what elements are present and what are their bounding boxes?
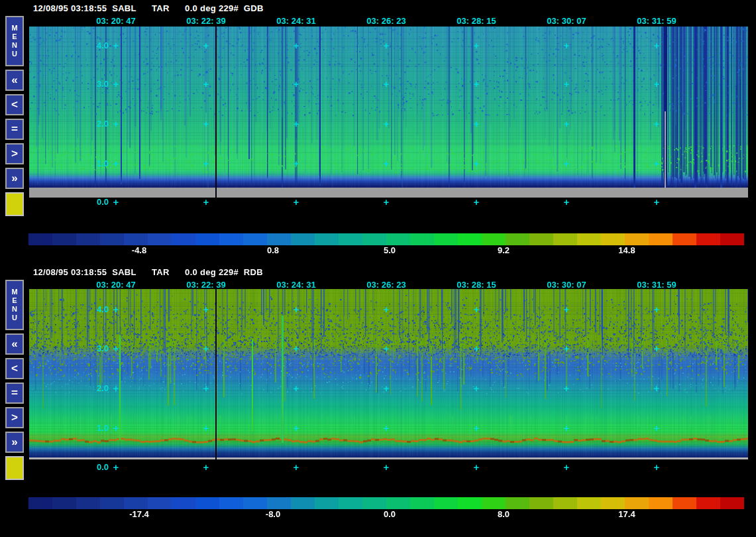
colorbar-label: 5.0 [384, 245, 396, 255]
colorbar-segment [267, 497, 291, 509]
pause-button[interactable]: = [5, 383, 24, 404]
panel-rdb: 12/08/95 03:18:55 SABL TAR 0.0 deg 229# … [0, 264, 756, 528]
colorbar-segment [458, 497, 482, 509]
colorbar-segment [720, 497, 744, 509]
grid-tick-icon: + [294, 197, 299, 207]
grid-tick-icon: + [384, 197, 390, 207]
sidebar: MENU«<=>» [5, 16, 24, 216]
colorbar-label: -4.8 [132, 245, 146, 255]
grid-tick-icon: + [384, 462, 390, 472]
depolarization-plot-canvas[interactable] [29, 289, 748, 460]
colorbar-segment [506, 497, 529, 509]
colorbar-segment [434, 233, 458, 245]
time-label: 03: 22: 39 [186, 280, 225, 290]
colorbar-segment [195, 233, 219, 245]
colorbar-segment [52, 233, 76, 245]
colorbar-segment [28, 233, 52, 245]
colorbar [28, 497, 744, 509]
colorbar-segment [52, 497, 76, 509]
colorbar-label: 0.0 [384, 509, 396, 519]
colorbar-segment [673, 233, 696, 245]
colorbar-segment [673, 497, 696, 509]
colorbar-segment [362, 233, 386, 245]
step-back-button[interactable]: < [5, 358, 24, 379]
colorbar-segment [625, 233, 649, 245]
time-label: 03: 20: 47 [96, 16, 135, 26]
colorbar-segment [100, 233, 124, 245]
colorbar-segment [386, 497, 410, 509]
time-label: 03: 24: 31 [276, 16, 315, 26]
colorbar-segment [529, 497, 553, 509]
colorbar-segment [410, 497, 434, 509]
colorbar-segment [458, 233, 482, 245]
lidar-display-window: 12/08/95 03:18:55 SABL TAR 0.0 deg 229# … [0, 0, 756, 537]
grid-tick-icon: + [564, 462, 570, 472]
time-label: 03: 30: 07 [547, 16, 586, 26]
colorbar-segment [529, 233, 553, 245]
time-label: 03: 28: 15 [457, 16, 496, 26]
colorbar-segment [482, 497, 506, 509]
colorbar-segment [696, 233, 720, 245]
panel-gdb: 12/08/95 03:18:55 SABL TAR 0.0 deg 229# … [0, 0, 756, 264]
grid-tick-icon: + [113, 462, 119, 472]
time-label: 03: 26: 23 [366, 16, 405, 26]
colorbar-segment [601, 233, 625, 245]
colorbar-label: 8.0 [498, 509, 510, 519]
step-forward-button[interactable]: > [5, 143, 24, 164]
colorbar-segment [720, 233, 744, 245]
grid-tick-icon: + [203, 462, 209, 472]
fast-rewind-button[interactable]: « [5, 70, 24, 91]
colorbar [28, 233, 744, 245]
colorbar-segment [76, 233, 100, 245]
colorbar-segment [553, 233, 577, 245]
colorbar-segment [434, 497, 458, 509]
colorbar-segment [148, 233, 172, 245]
color-swatch-button[interactable] [5, 456, 24, 480]
panel-title: 12/08/95 03:18:55 SABL TAR 0.0 deg 229# … [33, 3, 264, 13]
grid-tick-icon: + [474, 462, 480, 472]
grid-tick-icon: + [654, 197, 660, 207]
colorbar-segment [696, 497, 720, 509]
time-axis: 03: 20: 4703: 22: 3903: 24: 3103: 26: 23… [0, 16, 756, 27]
colorbar-segment [148, 497, 172, 509]
colorbar-segment [172, 233, 195, 245]
grid-tick-icon: + [654, 462, 660, 472]
colorbar-segment [601, 497, 625, 509]
backscatter-plot-canvas[interactable] [29, 27, 748, 198]
time-label: 03: 22: 39 [186, 16, 225, 26]
menu-button[interactable]: MENU [5, 280, 24, 330]
fast-forward-button[interactable]: » [5, 432, 24, 453]
colorbar-segment [315, 497, 339, 509]
step-back-button[interactable]: < [5, 94, 24, 115]
menu-button[interactable]: MENU [5, 16, 24, 66]
fast-forward-button[interactable]: » [5, 168, 24, 189]
grid-tick-icon: + [474, 197, 480, 207]
colorbar-segment [410, 233, 434, 245]
colorbar-segment [649, 497, 673, 509]
colorbar-segment [243, 497, 267, 509]
step-forward-button[interactable]: > [5, 407, 24, 428]
colorbar-segment [100, 497, 124, 509]
colorbar-label: 14.8 [618, 245, 635, 255]
colorbar-label: 9.2 [498, 245, 510, 255]
color-swatch-button[interactable] [5, 192, 24, 216]
colorbar-segment [577, 233, 601, 245]
colorbar-segment [577, 497, 601, 509]
colorbar-segment [649, 233, 673, 245]
colorbar-segment [28, 497, 52, 509]
fast-rewind-button[interactable]: « [5, 333, 24, 355]
colorbar-segment [339, 497, 362, 509]
time-label: 03: 24: 31 [276, 280, 315, 290]
colorbar-segment [195, 497, 219, 509]
grid-tick-icon: + [203, 197, 209, 207]
colorbar-label: 17.4 [618, 509, 635, 519]
colorbar-segment [339, 233, 362, 245]
colorbar-segment [553, 497, 577, 509]
grid-tick-icon: + [294, 462, 299, 472]
colorbar-segment [124, 497, 148, 509]
colorbar-segment [76, 497, 100, 509]
time-label: 03: 30: 07 [547, 280, 586, 290]
pause-button[interactable]: = [5, 119, 24, 140]
altitude-label: 0.0 [82, 197, 109, 207]
colorbar-segment [243, 233, 267, 245]
